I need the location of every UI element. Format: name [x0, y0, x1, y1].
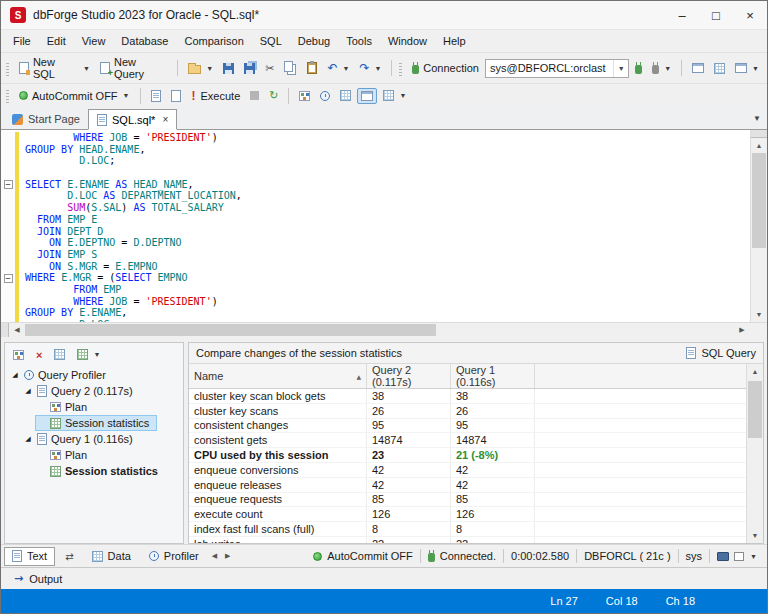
- connect-button[interactable]: [631, 59, 646, 77]
- panel-toggle-icon[interactable]: [734, 552, 744, 561]
- stats-row[interactable]: enqueue conversions4242: [189, 463, 746, 478]
- layout-options-button[interactable]: ▼: [379, 87, 410, 104]
- code-line[interactable]: WHERE JOB = 'PRESIDENT'): [1, 132, 750, 144]
- tab-profiler[interactable]: Profiler: [141, 547, 207, 566]
- tree-item[interactable]: ◢Query 1 (0.116s): [22, 431, 141, 447]
- menu-item-tools[interactable]: Tools: [338, 32, 380, 50]
- code-line[interactable]: JOIN EMP S: [1, 249, 750, 261]
- code-line[interactable]: ON S.MGR = E.EMPNO: [1, 261, 750, 273]
- stats-column-header[interactable]: Query 2 (0.117s): [367, 364, 451, 388]
- tab-data[interactable]: Data: [84, 547, 139, 566]
- menu-item-database[interactable]: Database: [113, 32, 176, 50]
- connection-combo[interactable]: sys@DBFORCL:orclast ▼: [485, 59, 629, 78]
- tree-item[interactable]: Session statistics: [35, 415, 157, 431]
- disconnect-button[interactable]: ▼: [648, 59, 675, 77]
- new-sql-button[interactable]: New SQL ▼: [15, 53, 94, 83]
- stop-button[interactable]: [246, 88, 263, 103]
- code-line[interactable]: FROM EMP E: [1, 214, 750, 226]
- code-line[interactable]: SUM(S.SAL) AS TOTAL_SALARY: [1, 202, 750, 214]
- undo-button[interactable]: ↶▼: [323, 60, 353, 76]
- fold-collapse-icon[interactable]: −: [4, 274, 13, 283]
- code-line[interactable]: −SELECT E.ENAME AS HEAD_NAME,: [1, 179, 750, 191]
- toolbar-grip[interactable]: [6, 61, 9, 76]
- cut-button[interactable]: ✂: [261, 59, 278, 78]
- tree-item[interactable]: Plan: [35, 399, 95, 415]
- tab-text[interactable]: Text: [4, 547, 55, 566]
- execute-button[interactable]: ! Execute: [187, 86, 245, 106]
- output-tab[interactable]: → Output: [5, 570, 71, 587]
- menu-item-help[interactable]: Help: [435, 32, 474, 50]
- toolbar-grip[interactable]: [6, 88, 9, 103]
- copy-button[interactable]: [280, 58, 301, 78]
- stats-row[interactable]: cluster key scans2626: [189, 404, 746, 419]
- menu-item-debug[interactable]: Debug: [290, 32, 338, 50]
- minimize-button[interactable]: –: [665, 1, 699, 29]
- editor-horizontal-scrollbar[interactable]: ◀ ▶: [1, 322, 767, 337]
- statistics-vertical-scrollbar[interactable]: ▲ ▼: [746, 364, 763, 543]
- stats-row[interactable]: enqueue releases4242: [189, 478, 746, 493]
- menu-item-file[interactable]: File: [5, 32, 39, 50]
- code-line[interactable]: ON E.DEPTNO = D.DEPTNO: [1, 237, 750, 249]
- autocommit-toggle-button[interactable]: AutoCommit OFF ▼: [15, 87, 134, 105]
- fold-collapse-icon[interactable]: −: [4, 180, 13, 189]
- scroll-left-icon[interactable]: ◀: [9, 323, 25, 337]
- parse-document-button[interactable]: [147, 87, 165, 105]
- tree-expander-icon[interactable]: ◢: [23, 387, 33, 395]
- code-line[interactable]: JOIN DEPT D: [1, 226, 750, 238]
- menu-item-sql[interactable]: SQL: [252, 32, 290, 50]
- stats-row[interactable]: lob writes2222: [189, 537, 746, 543]
- maximize-button[interactable]: □: [699, 1, 733, 29]
- query-profiler-button[interactable]: [316, 88, 334, 104]
- save-button[interactable]: [219, 60, 238, 77]
- stats-row[interactable]: cluster key scan block gets3838: [189, 389, 746, 404]
- close-tab-icon[interactable]: ×: [162, 114, 168, 125]
- window-split-button[interactable]: [688, 60, 708, 76]
- new-query-button[interactable]: New Query: [96, 53, 171, 83]
- split-editor-grip[interactable]: [751, 130, 767, 138]
- menu-item-comparison[interactable]: Comparison: [176, 32, 251, 50]
- tree-expander-icon[interactable]: ◢: [10, 371, 20, 379]
- open-file-button[interactable]: ▼: [184, 59, 217, 77]
- autocommit-status[interactable]: AutoCommit OFF: [306, 550, 420, 562]
- chevron-down-icon[interactable]: ▼: [750, 553, 757, 560]
- tab-start-page[interactable]: Start Page: [4, 109, 88, 129]
- code-line[interactable]: D.LOC AS DEPARTMENT_LOCATION,: [1, 190, 750, 202]
- results-layout-button[interactable]: [357, 88, 377, 104]
- stats-column-header[interactable]: Name▲: [189, 364, 367, 388]
- clear-results-button[interactable]: [50, 346, 69, 363]
- code-line[interactable]: [1, 167, 750, 179]
- menu-item-view[interactable]: View: [74, 32, 114, 50]
- tree-item[interactable]: ◢Query 2 (0.117s): [22, 383, 141, 399]
- redo-button[interactable]: ↷▼: [355, 60, 385, 76]
- swap-view-button[interactable]: ⇄: [57, 547, 81, 566]
- code-line[interactable]: WHERE JOB = 'PRESIDENT'): [1, 296, 750, 308]
- stats-row[interactable]: consistent changes9595: [189, 419, 746, 434]
- editor-vertical-scrollbar[interactable]: ▲ ▼: [750, 130, 767, 322]
- stats-row[interactable]: execute count126126: [189, 507, 746, 522]
- stats-row[interactable]: CPU used by this session2321 (-8%): [189, 448, 746, 463]
- delete-result-button[interactable]: ×: [32, 346, 46, 364]
- close-button[interactable]: ×: [733, 1, 767, 29]
- tree-item[interactable]: Session statistics: [35, 463, 166, 479]
- tree-item[interactable]: Plan: [35, 447, 95, 463]
- code-lines[interactable]: WHERE JOB = 'PRESIDENT')GROUP BY HEAD.EN…: [1, 130, 750, 322]
- save-all-button[interactable]: [240, 60, 259, 77]
- chevron-down-icon[interactable]: ▼: [613, 60, 628, 77]
- scroll-down-icon[interactable]: ▼: [751, 307, 767, 322]
- code-line[interactable]: −WHERE E.MGR = (SELECT EMPNO: [1, 272, 750, 284]
- tab-scroll-right-icon[interactable]: ▶: [222, 552, 233, 560]
- tab-scroll-left-icon[interactable]: ◀: [209, 552, 220, 560]
- vertical-scroll-thumb[interactable]: [752, 153, 766, 248]
- show-results-tree-button[interactable]: [9, 347, 28, 363]
- explain-plan-button[interactable]: [295, 88, 314, 104]
- monitor-icon[interactable]: [717, 552, 729, 561]
- scroll-down-icon[interactable]: ▼: [747, 528, 763, 543]
- stats-column-header[interactable]: Query 1 (0.116s): [451, 364, 535, 388]
- refresh-button[interactable]: ↻: [265, 86, 282, 105]
- split-editor-grip-horizontal[interactable]: [1, 323, 9, 337]
- menu-item-edit[interactable]: Edit: [39, 32, 74, 50]
- sql-query-button[interactable]: SQL Query: [686, 347, 756, 359]
- menu-item-window[interactable]: Window: [380, 32, 435, 50]
- scroll-up-icon[interactable]: ▲: [751, 138, 767, 153]
- tab-list-chevron-icon[interactable]: ▼: [753, 114, 761, 123]
